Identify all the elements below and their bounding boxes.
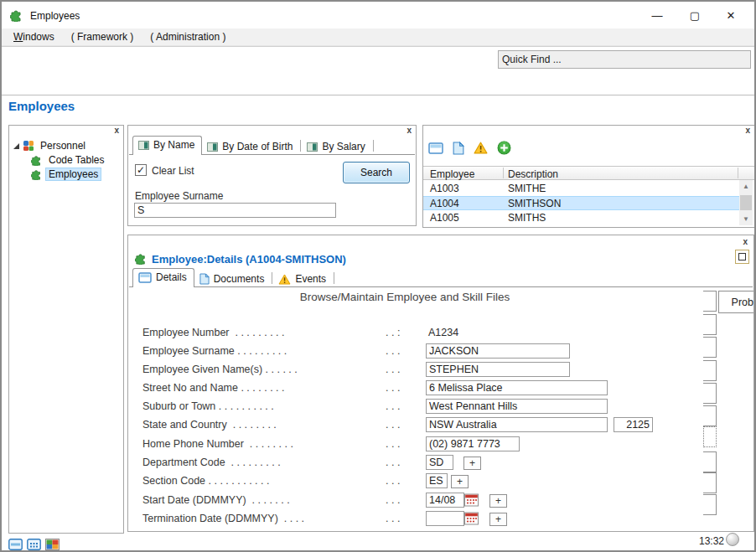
- scroll-up-icon[interactable]: ▲: [739, 180, 753, 193]
- field-prompt-stub[interactable]: [703, 405, 717, 426]
- department-prompt-button[interactable]: +: [463, 457, 481, 470]
- tab-documents[interactable]: Documents: [194, 271, 272, 287]
- expand-arrow-icon[interactable]: [13, 143, 19, 149]
- tab-label[interactable]: Details: [156, 271, 187, 283]
- title-bar: Employees — ▢ ✕: [2, 2, 754, 28]
- start-date-prompt-button[interactable]: +: [489, 494, 507, 508]
- field-prompt-stub[interactable]: [703, 383, 717, 404]
- tab-details[interactable]: Details: [132, 268, 194, 287]
- list-toolbar: [428, 141, 511, 155]
- field-prompt-stub[interactable]: [703, 291, 717, 312]
- tree-node-employees[interactable]: Employees: [31, 168, 101, 181]
- tab-label[interactable]: By Salary: [322, 141, 365, 152]
- tree-label-code-tables[interactable]: Code Tables: [46, 154, 107, 166]
- tree-node-personnel[interactable]: Personnel: [9, 139, 88, 152]
- termination-date-field[interactable]: [426, 511, 464, 526]
- table-row-selected[interactable]: A1004 SMITHSON: [423, 196, 741, 211]
- column-divider[interactable]: [503, 168, 504, 178]
- field-prompt-stub[interactable]: [703, 472, 717, 493]
- search-button[interactable]: Search: [343, 162, 410, 183]
- surname-input[interactable]: [134, 203, 336, 218]
- field-prompt-stub[interactable]: [703, 360, 717, 381]
- menu-windows[interactable]: Windows: [7, 29, 61, 44]
- given-name-field[interactable]: [426, 362, 570, 377]
- tree-node-code-tables[interactable]: Code Tables: [31, 153, 107, 167]
- surname-field[interactable]: [426, 343, 570, 359]
- tab-by-salary[interactable]: By Salary: [302, 138, 371, 155]
- field-sep: . . .: [386, 345, 400, 357]
- list-scrollbar[interactable]: ▲ ▼: [739, 180, 753, 225]
- cell-description[interactable]: SMITHS: [508, 212, 546, 224]
- tab-by-name[interactable]: By Name: [132, 136, 202, 155]
- cell-employee[interactable]: A1006: [430, 227, 459, 229]
- menu-framework[interactable]: ( Framework ): [65, 29, 141, 44]
- field-label: State and Country . . . . . . . .: [142, 419, 277, 431]
- suburb-field[interactable]: [426, 399, 608, 414]
- details-panel-close-icon[interactable]: x: [743, 237, 748, 246]
- document-icon[interactable]: [453, 142, 464, 155]
- add-icon[interactable]: [497, 141, 511, 155]
- cell-employee[interactable]: A1004: [430, 198, 459, 209]
- view-grid-icon[interactable]: [27, 539, 41, 550]
- department-field[interactable]: [426, 455, 453, 470]
- view-colored-table-icon[interactable]: [45, 539, 60, 550]
- scrollbar-thumb[interactable]: [740, 195, 752, 210]
- puzzle-icon: [31, 154, 43, 166]
- cell-description[interactable]: SMITHSON: [508, 198, 561, 209]
- street-field[interactable]: [426, 380, 608, 395]
- start-date-field[interactable]: [426, 493, 464, 508]
- termination-date-calendar-icon[interactable]: [464, 512, 479, 525]
- field-sep: . . .: [386, 438, 400, 450]
- table-row[interactable]: A1003 SMITHE: [423, 181, 741, 196]
- section-prompt-button[interactable]: +: [451, 475, 469, 488]
- phone-field[interactable]: [426, 436, 520, 451]
- section-field[interactable]: [426, 473, 448, 488]
- tab-label[interactable]: Events: [295, 273, 326, 285]
- close-button[interactable]: ✕: [717, 7, 744, 24]
- menu-administration[interactable]: ( Administration ): [143, 29, 232, 44]
- clear-list-checkbox[interactable]: ✓: [135, 164, 147, 176]
- field-prompt-stub[interactable]: [703, 337, 717, 358]
- tab-events[interactable]: Events: [273, 271, 333, 287]
- tree-panel-close-icon[interactable]: x: [114, 126, 119, 135]
- tab-by-date-of-birth[interactable]: By Date of Birth: [202, 138, 299, 155]
- field-label: Termination Date (DDMMYY) . . . .: [142, 513, 304, 524]
- tab-label[interactable]: By Date of Birth: [222, 141, 293, 152]
- tree-label-employees[interactable]: Employees: [46, 168, 101, 180]
- minimize-button[interactable]: —: [644, 7, 671, 24]
- cell-description[interactable]: SMITHE: [508, 183, 546, 194]
- field-prompt-stub[interactable]: [703, 451, 717, 472]
- start-date-calendar-icon[interactable]: [464, 493, 479, 507]
- search-panel-close-icon[interactable]: x: [406, 126, 412, 135]
- list-panel-close-icon[interactable]: x: [745, 126, 750, 135]
- field-prompt-stub[interactable]: [703, 494, 717, 515]
- window-icon[interactable]: [428, 142, 443, 154]
- maximize-button[interactable]: ▢: [681, 7, 708, 24]
- column-divider[interactable]: [738, 168, 738, 178]
- table-row[interactable]: A1006 SMITHERS: [423, 225, 741, 229]
- termination-date-prompt-button[interactable]: +: [489, 513, 507, 526]
- state-country-field[interactable]: [426, 417, 608, 432]
- view-window-icon[interactable]: [8, 539, 23, 550]
- tab-label[interactable]: Documents: [214, 273, 265, 285]
- postcode-field[interactable]: [614, 417, 653, 432]
- menu-bar: Windows ( Framework ) ( Administration ): [2, 28, 754, 46]
- cell-description[interactable]: SMITHERS: [508, 227, 560, 229]
- clear-list-label[interactable]: Clear List: [152, 165, 194, 177]
- cell-employee[interactable]: A1005: [430, 212, 459, 224]
- quick-find-input[interactable]: [498, 50, 751, 69]
- field-sep: . . .: [386, 475, 400, 487]
- scroll-down-icon[interactable]: ▼: [739, 213, 753, 225]
- cell-employee[interactable]: A1003: [430, 183, 459, 194]
- field-prompt-stub-focused[interactable]: [703, 426, 717, 447]
- tab-label[interactable]: By Name: [153, 139, 194, 151]
- prob-button[interactable]: Prob: [718, 291, 754, 313]
- column-employee[interactable]: Employee: [430, 168, 474, 180]
- table-row[interactable]: A1005 SMITHS: [423, 210, 741, 225]
- tree-label-personnel[interactable]: Personnel: [38, 140, 88, 152]
- status-clock: 13:32: [699, 535, 724, 547]
- warning-icon[interactable]: [474, 142, 488, 154]
- restore-button[interactable]: [735, 250, 749, 264]
- field-prompt-stub[interactable]: [703, 314, 717, 335]
- column-description[interactable]: Description: [508, 168, 558, 180]
